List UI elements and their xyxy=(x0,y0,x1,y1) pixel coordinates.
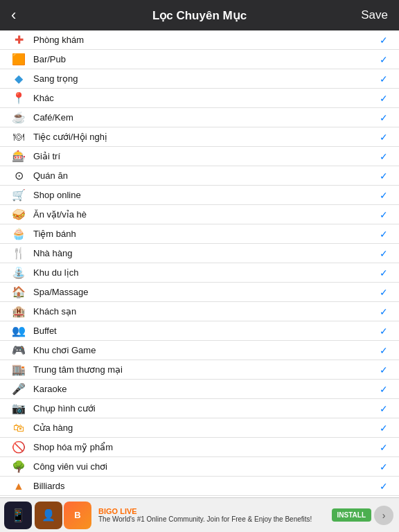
item-check-khu-choi-game: ✓ xyxy=(380,345,388,356)
ad-brand: BIGO LIVE xyxy=(98,507,328,515)
item-label-buffet: Buffet xyxy=(33,326,380,336)
item-check-khac: ✓ xyxy=(380,93,388,104)
item-icon-billiards: ▲ xyxy=(11,479,26,494)
item-icon-karaoke: 🎤 xyxy=(11,382,26,397)
ad-icon-app1: 📱 xyxy=(4,502,32,529)
item-check-cong-vien: ✓ xyxy=(380,461,388,472)
item-label-sang-trong: Sang trọng xyxy=(33,73,380,84)
item-check-tiec-cuoi: ✓ xyxy=(380,132,388,143)
list-item[interactable]: 📍 Khác ✓ xyxy=(0,89,399,108)
item-check-phong-kham: ✓ xyxy=(380,35,388,46)
item-label-trung-tam: Trung tâm thương mại xyxy=(33,364,380,375)
list-item[interactable]: 🍽 Tiệc cưới/Hội nghị ✓ xyxy=(0,127,399,147)
list-item[interactable]: ◆ Sang trọng ✓ xyxy=(0,69,399,89)
list-item[interactable]: 🎰 Giải trí ✓ xyxy=(0,147,399,166)
item-check-giai-tri: ✓ xyxy=(380,151,388,162)
list-item[interactable]: ⛲ Khu du lịch ✓ xyxy=(0,263,399,283)
back-icon: ‹ xyxy=(11,6,16,24)
item-check-billiards: ✓ xyxy=(380,481,388,492)
item-check-chup-hinh: ✓ xyxy=(380,403,388,414)
item-icon-shop-hoa-my-pham: 🚫 xyxy=(11,440,26,455)
item-label-khach-san: Khách sạn xyxy=(33,306,380,317)
list-item[interactable]: 👥 Buffet ✓ xyxy=(0,321,399,341)
list-item[interactable]: 🚫 Shop hóa mỹ phẩm ✓ xyxy=(0,438,399,457)
item-check-nha-hang: ✓ xyxy=(380,248,388,259)
item-icon-bar-pub: 🟧 xyxy=(11,52,26,67)
list-item[interactable]: 🎮 Khu chơi Game ✓ xyxy=(0,341,399,360)
item-check-spa-massage: ✓ xyxy=(380,287,388,298)
item-check-an-vat: ✓ xyxy=(380,209,388,220)
item-icon-cua-hang: 🛍 xyxy=(11,420,26,436)
item-icon-khu-du-lich: ⛲ xyxy=(11,265,26,281)
list-item[interactable]: 🍴 Nhà hàng ✓ xyxy=(0,244,399,263)
item-icon-khac: 📍 xyxy=(11,91,26,106)
item-label-shop-online: Shop online xyxy=(33,190,380,200)
list-item[interactable]: ⊙ Quán ăn ✓ xyxy=(0,166,399,186)
item-icon-buffet: 👥 xyxy=(11,323,26,339)
item-icon-shop-online: 🛒 xyxy=(11,188,26,203)
item-check-cafe-kem: ✓ xyxy=(380,112,388,123)
item-check-quan-an: ✓ xyxy=(380,170,388,181)
item-label-spa-massage: Spa/Massage xyxy=(33,287,380,297)
item-label-khu-choi-game: Khu chơi Game xyxy=(33,345,380,355)
item-check-karaoke: ✓ xyxy=(380,384,388,395)
item-label-chup-hinh: Chụp hình cưới xyxy=(33,403,380,414)
item-label-billiards: Billiards xyxy=(33,481,380,491)
item-label-cua-hang: Cửa hàng xyxy=(33,423,380,433)
list-item[interactable]: 🎤 Karaoke ✓ xyxy=(0,380,399,399)
back-button[interactable]: ‹ xyxy=(11,6,39,24)
item-icon-cafe-kem: ☕ xyxy=(11,110,26,125)
list-item[interactable]: 🥪 Ăn vặt/vỉa hè ✓ xyxy=(0,205,399,224)
ad-install-button[interactable]: INSTALL xyxy=(332,508,371,522)
save-button[interactable]: Save xyxy=(361,8,388,22)
ad-description: The World's #1 Online Community. Join fo… xyxy=(98,515,328,523)
item-label-giai-tri: Giải trí xyxy=(33,151,380,161)
item-check-sang-trong: ✓ xyxy=(380,73,388,85)
item-check-cua-hang: ✓ xyxy=(380,423,388,434)
item-check-bar-pub: ✓ xyxy=(380,54,388,65)
item-check-trung-tam: ✓ xyxy=(380,364,388,375)
list-item[interactable]: 🟧 Bar/Pub ✓ xyxy=(0,50,399,69)
list-item[interactable]: ✚ Phòng khám ✓ xyxy=(0,30,399,50)
list-item[interactable]: 🛍 Cửa hàng ✓ xyxy=(0,418,399,438)
item-check-shop-online: ✓ xyxy=(380,190,388,201)
item-label-karaoke: Karaoke xyxy=(33,384,380,394)
ad-text-area: BIGO LIVE The World's #1 Online Communit… xyxy=(94,507,332,523)
item-label-cong-vien: Công viên vui chơi xyxy=(33,461,380,472)
category-list: ✚ Phòng khám ✓ 🟧 Bar/Pub ✓ ◆ Sang trọng … xyxy=(0,30,399,497)
item-check-buffet: ✓ xyxy=(380,326,388,337)
list-item[interactable]: 🏠 Spa/Massage ✓ xyxy=(0,283,399,302)
item-icon-chup-hinh: 📷 xyxy=(11,401,26,416)
item-icon-nha-hang: 🍴 xyxy=(11,246,26,261)
list-item[interactable]: 🏬 Trung tâm thương mại ✓ xyxy=(0,360,399,380)
item-label-khac: Khác xyxy=(33,93,380,103)
list-item[interactable]: 🛒 Shop online ✓ xyxy=(0,186,399,205)
ad-icon-bigo: B xyxy=(64,502,91,529)
ad-arrow[interactable]: › xyxy=(374,506,393,525)
item-icon-sang-trong: ◆ xyxy=(11,71,26,87)
list-item[interactable]: ☕ Café/Kem ✓ xyxy=(0,108,399,127)
item-icon-cong-vien: 🌳 xyxy=(11,459,26,475)
item-label-tiem-banh: Tiệm bánh xyxy=(33,229,380,239)
list-item[interactable]: 🧁 Tiệm bánh ✓ xyxy=(0,224,399,244)
item-icon-khach-san: 🏨 xyxy=(11,304,26,319)
item-icon-an-vat: 🥪 xyxy=(11,207,26,222)
ad-arrow-icon: › xyxy=(382,510,386,521)
list-item[interactable]: 🏨 Khách sạn ✓ xyxy=(0,302,399,321)
ad-banner[interactable]: 📱 👤 B BIGO LIVE The World's #1 Online Co… xyxy=(0,497,399,532)
item-label-cafe-kem: Café/Kem xyxy=(33,112,380,123)
list-item[interactable]: 📷 Chụp hình cưới ✓ xyxy=(0,399,399,418)
ad-icon-app2: 👤 xyxy=(35,502,62,529)
item-label-tiec-cuoi: Tiệc cưới/Hội nghị xyxy=(33,132,380,142)
item-label-nha-hang: Nhà hàng xyxy=(33,248,380,258)
item-label-shop-hoa-my-pham: Shop hóa mỹ phẩm xyxy=(33,442,380,452)
item-label-phong-kham: Phòng khám xyxy=(33,35,380,45)
list-item[interactable]: 🌳 Công viên vui chơi ✓ xyxy=(0,457,399,477)
item-icon-tiem-banh: 🧁 xyxy=(11,227,26,242)
list-item[interactable]: ▲ Billiards ✓ xyxy=(0,477,399,496)
item-icon-tiec-cuoi: 🍽 xyxy=(11,130,26,145)
header: ‹ Lọc Chuyên Mục Save xyxy=(0,0,399,30)
item-icon-trung-tam: 🏬 xyxy=(11,362,26,378)
item-label-bar-pub: Bar/Pub xyxy=(33,54,380,64)
item-icon-quan-an: ⊙ xyxy=(11,168,26,184)
